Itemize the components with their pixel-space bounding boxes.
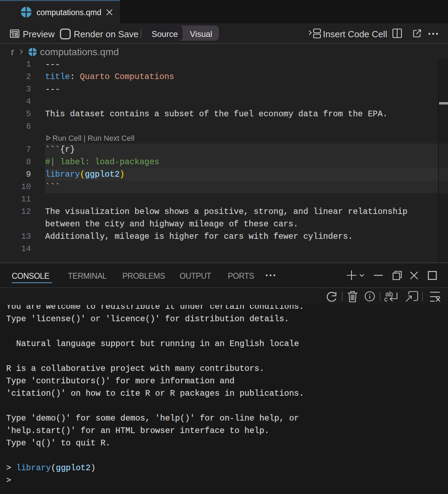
svg-text:c: c — [384, 295, 388, 303]
